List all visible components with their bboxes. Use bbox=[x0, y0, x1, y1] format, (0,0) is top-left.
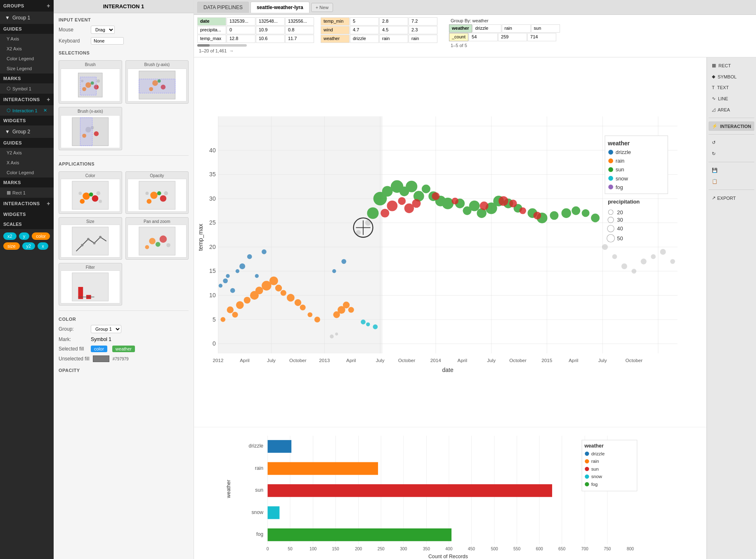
tab-seattle-weather[interactable]: seattle-weather-lyra bbox=[250, 2, 309, 13]
symbol-label: SYMBOL bbox=[718, 74, 737, 79]
sidebar-item-colorlegend[interactable]: Color Legend bbox=[0, 54, 54, 64]
sidebar-item-rect1[interactable]: ▦ Rect 1 bbox=[0, 187, 54, 198]
scale-pill-size[interactable]: size bbox=[3, 242, 20, 250]
tool-symbol-btn[interactable]: ◆ SYMBOL bbox=[709, 72, 754, 81]
svg-point-152 bbox=[602, 244, 608, 250]
sidebar-item-group2[interactable]: ▼ Group 2 bbox=[0, 126, 54, 138]
data-table-left: date 132539... 132548... 132556... preci… bbox=[197, 17, 314, 54]
svg-text:300: 300 bbox=[400, 547, 407, 551]
tool-rect-btn[interactable]: ▦ RECT bbox=[709, 61, 754, 70]
svg-text:October: October bbox=[625, 358, 643, 363]
tool-area-btn[interactable]: ◿ AREA bbox=[709, 105, 754, 114]
sidebar-item-interaction1[interactable]: ⬡ Interaction 1 ✕ bbox=[0, 105, 54, 116]
marks-header: MARKS bbox=[0, 73, 54, 83]
sidebar-item-yaxis[interactable]: Y Axis bbox=[0, 34, 54, 44]
svg-text:200: 200 bbox=[355, 547, 362, 551]
bar-legend-drizzle: drizzle bbox=[591, 451, 605, 456]
selections-label: SELECTIONS bbox=[54, 46, 194, 57]
col-tempmax-v2: 10.6 bbox=[256, 35, 285, 43]
group-weather-header: weather bbox=[449, 24, 472, 33]
svg-text:July: July bbox=[487, 358, 496, 363]
precip-30: 30 bbox=[617, 217, 623, 223]
sidebar-item-y2axis[interactable]: Y2 Axis bbox=[0, 148, 54, 158]
col-tempmin-v3: 7.2 bbox=[409, 17, 437, 26]
mouse-select[interactable]: Drag bbox=[91, 26, 115, 34]
sidebar-item-colorlegend2[interactable]: Color Legend bbox=[0, 168, 54, 178]
svg-point-172 bbox=[498, 196, 508, 206]
bar-y-title: weather bbox=[226, 480, 232, 498]
app-color-card[interactable]: Color bbox=[59, 171, 122, 214]
middle-panel: INTERACTION 1 INPUT EVENT Mouse Drag Key… bbox=[54, 0, 194, 559]
svg-point-229 bbox=[585, 459, 589, 463]
left-sidebar: GROUPS + ▼ Group 1 GUIDES Y Axis X2 Axis… bbox=[0, 0, 54, 559]
groups-add-btn[interactable]: + bbox=[47, 2, 50, 9]
color-badge[interactable]: color bbox=[91, 346, 107, 352]
bar-chart-svg: drizzle rain sun snow fog weather bbox=[194, 427, 706, 559]
tool-interaction-btn[interactable]: ⚡ INTERACTION bbox=[709, 121, 754, 131]
group-select[interactable]: Group 1 bbox=[91, 325, 121, 333]
svg-point-22 bbox=[83, 192, 90, 200]
svg-point-102 bbox=[255, 274, 259, 278]
interactions2-add-btn[interactable]: + bbox=[47, 200, 50, 207]
group-count-v1: 54 bbox=[469, 33, 498, 41]
col-precip-v2: 10.9 bbox=[256, 26, 285, 34]
app-size-card[interactable]: Size bbox=[59, 217, 122, 260]
sidebar-item-sizelegend[interactable]: Size Legend bbox=[0, 64, 54, 73]
sidebar-item-x2axis[interactable]: X2 Axis bbox=[0, 44, 54, 54]
tool-undo-btn[interactable]: ↺ bbox=[709, 138, 754, 147]
copy-icon: 📋 bbox=[712, 179, 718, 184]
col-weather-v3: rain bbox=[409, 35, 437, 43]
svg-point-112 bbox=[255, 287, 263, 294]
scale-pill-x2[interactable]: x2 bbox=[3, 232, 17, 240]
tool-text-btn[interactable]: T TEXT bbox=[709, 83, 754, 92]
scroll-indicator-left[interactable] bbox=[197, 44, 314, 47]
svg-point-30 bbox=[150, 192, 158, 199]
scale-pill-y[interactable]: y bbox=[19, 232, 30, 240]
app-opacity-title: Opacity bbox=[128, 173, 187, 178]
tool-save-btn[interactable]: 💾 bbox=[709, 166, 754, 175]
data-top-section: date 132539... 132548... 132556... preci… bbox=[194, 15, 756, 57]
toolbar-divider1 bbox=[709, 118, 754, 118]
tab-data-pipelines[interactable]: DATA PIPELINES bbox=[197, 2, 249, 13]
svg-text:October: October bbox=[289, 358, 307, 363]
sidebar-item-xaxis[interactable]: X Axis bbox=[0, 158, 54, 168]
scale-pill-color[interactable]: color bbox=[32, 232, 50, 240]
app-filter-thumbnail bbox=[61, 270, 120, 303]
svg-text:700: 700 bbox=[581, 547, 588, 551]
app-opacity-card[interactable]: Opacity bbox=[125, 171, 189, 214]
svg-point-187 bbox=[608, 217, 614, 223]
marks2-header: MARKS bbox=[0, 178, 54, 187]
svg-text:2013: 2013 bbox=[319, 358, 330, 363]
text-icon: T bbox=[712, 85, 715, 90]
interactions-add-btn[interactable]: + bbox=[47, 96, 50, 103]
keyboard-input[interactable] bbox=[91, 37, 124, 45]
tool-export-btn[interactable]: ↗ EXPORT bbox=[709, 193, 754, 203]
app-size-title: Size bbox=[61, 219, 120, 224]
tabs-bar: DATA PIPELINES seattle-weather-lyra + Ne… bbox=[194, 0, 756, 15]
tab-new[interactable]: + New bbox=[311, 3, 333, 12]
app-pan-card[interactable]: Pan and zoom bbox=[125, 217, 189, 260]
guides-label: GUIDES bbox=[3, 26, 22, 31]
brush-y-card[interactable]: Brush (y-axis) bbox=[125, 60, 189, 104]
svg-text:350: 350 bbox=[423, 547, 430, 551]
sidebar-item-group1[interactable]: ▼ Group 1 bbox=[0, 12, 54, 24]
sidebar-item-symbol1[interactable]: ⬡ Symbol 1 bbox=[0, 83, 54, 94]
scale-pill-x[interactable]: x bbox=[38, 242, 48, 250]
svg-point-42 bbox=[149, 238, 156, 244]
interaction1-delete-btn[interactable]: ✕ bbox=[43, 108, 47, 113]
app-filter-card[interactable]: Filter bbox=[59, 263, 122, 306]
precip-20: 20 bbox=[617, 209, 623, 216]
brush-x-card[interactable]: Brush (x-axis) bbox=[59, 107, 122, 150]
scale-pill-y2[interactable]: y2 bbox=[22, 242, 35, 250]
tool-redo-btn[interactable]: ↻ bbox=[709, 149, 754, 159]
keyboard-row: Keyboard bbox=[54, 36, 194, 46]
brush-card[interactable]: Brush bbox=[59, 60, 122, 104]
weather-badge-pill[interactable]: weather bbox=[112, 346, 135, 352]
pagination-right: 1–5 of 5 bbox=[449, 42, 560, 49]
charts-container: 0 5 10 15 20 25 30 35 40 temp_max 2012 bbox=[194, 57, 756, 559]
tool-copy-btn[interactable]: 📋 bbox=[709, 177, 754, 186]
unselected-color-box[interactable] bbox=[93, 355, 109, 362]
tool-line-btn[interactable]: ∿ LINE bbox=[709, 94, 754, 103]
svg-point-126 bbox=[367, 207, 378, 219]
bar-legend-sun: sun bbox=[591, 467, 599, 471]
